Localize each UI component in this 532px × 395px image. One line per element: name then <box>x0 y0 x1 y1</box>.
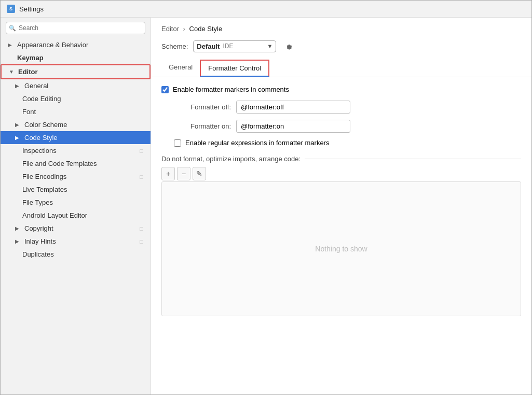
sidebar-item-file-encodings[interactable]: File Encodings □ <box>1 170 151 183</box>
sidebar-item-label: Font <box>22 108 36 116</box>
settings-window: S Settings 🔍 ▶ Appearance & Behavior ▶ K… <box>0 0 532 395</box>
window-title: Settings <box>19 5 44 13</box>
sidebar-item-label: File and Code Templates <box>22 160 97 167</box>
sidebar-item-label: Editor <box>18 68 38 76</box>
sidebar-item-code-editing[interactable]: Code Editing <box>1 92 151 105</box>
sidebar-item-label: Duplicates <box>22 250 54 258</box>
breadcrumb-separator: › <box>183 25 185 33</box>
expand-arrow-icon: ▶ <box>8 42 14 48</box>
scheme-ide-text: IDE <box>223 43 233 50</box>
sidebar-item-file-code-templates[interactable]: File and Code Templates <box>1 157 151 170</box>
expand-arrow-icon: ▶ <box>15 225 21 231</box>
enable-formatter-markers-checkbox[interactable] <box>161 86 169 93</box>
sidebar-item-label: File Encodings <box>22 173 66 180</box>
search-input[interactable] <box>6 22 145 34</box>
sidebar-item-label: Code Style <box>24 134 58 142</box>
sidebar-item-copyright[interactable]: ▶ Copyright □ <box>1 222 151 235</box>
scheme-default-text: Default <box>197 43 220 50</box>
list-toolbar: + − ✎ <box>161 167 521 180</box>
sidebar-item-label: Code Editing <box>22 95 61 103</box>
content-area: 🔍 ▶ Appearance & Behavior ▶ Keymap ▼ Edi… <box>1 18 531 394</box>
sidebar-item-appearance[interactable]: ▶ Appearance & Behavior <box>1 38 151 51</box>
main-content: Enable formatter markers in comments For… <box>151 77 531 394</box>
scheme-dropdown[interactable]: Default IDE ▼ <box>193 40 276 52</box>
sidebar-item-android-layout-editor[interactable]: Android Layout Editor <box>1 209 151 222</box>
formatter-off-row: Formatter off: <box>161 101 521 114</box>
scheme-row: Scheme: Default IDE ▼ <box>151 37 531 60</box>
expand-arrow-icon: ▶ <box>15 83 21 89</box>
enable-regex-checkbox[interactable] <box>174 139 181 147</box>
empty-list: Nothing to show <box>161 181 521 316</box>
settings-gear-button[interactable] <box>281 39 296 53</box>
formatter-on-label: Formatter on: <box>174 122 231 130</box>
sidebar-item-label: Appearance & Behavior <box>17 41 88 49</box>
sidebar-item-label: Inspections <box>22 147 57 154</box>
sidebar-item-editor[interactable]: ▼ Editor <box>1 64 151 79</box>
sidebar-item-font[interactable]: Font <box>1 105 151 118</box>
sidebar-item-inlay-hints[interactable]: ▶ Inlay Hints □ <box>1 235 151 248</box>
sidebar: 🔍 ▶ Appearance & Behavior ▶ Keymap ▼ Edi… <box>1 18 151 394</box>
expand-arrow-icon: ▶ <box>15 135 21 140</box>
title-bar: S Settings <box>1 1 531 18</box>
sidebar-item-file-types[interactable]: File Types <box>1 196 151 209</box>
tab-general[interactable]: General <box>161 60 200 77</box>
badge-icon: □ <box>140 148 143 154</box>
enable-formatter-markers-row: Enable formatter markers in comments <box>161 86 521 93</box>
sidebar-item-label: Copyright <box>24 224 53 232</box>
remove-button[interactable]: − <box>177 167 190 180</box>
search-box[interactable]: 🔍 <box>6 22 145 34</box>
enable-formatter-markers-label: Enable formatter markers in comments <box>173 86 289 93</box>
sidebar-item-label: Android Layout Editor <box>22 211 87 219</box>
formatter-on-input[interactable] <box>236 120 350 133</box>
main-panel: Editor › Code Style Scheme: Default IDE … <box>151 18 531 394</box>
sidebar-item-label: Keymap <box>17 54 44 62</box>
sidebar-item-label: Inlay Hints <box>24 237 56 245</box>
enable-regex-label: Enable regular expressions in formatter … <box>185 139 329 147</box>
app-icon: S <box>7 5 15 13</box>
sidebar-item-general[interactable]: ▶ General <box>1 79 151 92</box>
tabs-bar: General Formatter Control <box>151 60 531 77</box>
edit-button[interactable]: ✎ <box>193 167 206 180</box>
breadcrumb-parent: Editor <box>161 25 179 33</box>
scheme-label: Scheme: <box>161 43 188 50</box>
sidebar-item-label: Live Templates <box>22 186 67 193</box>
expand-arrow-icon: ▶ <box>15 238 21 244</box>
sidebar-item-label: Color Scheme <box>24 121 67 129</box>
sidebar-item-color-scheme[interactable]: ▶ Color Scheme <box>1 118 151 131</box>
badge-icon: □ <box>140 225 143 232</box>
sidebar-item-label: General <box>24 82 48 90</box>
sidebar-item-inspections[interactable]: Inspections □ <box>1 144 151 157</box>
search-icon: 🔍 <box>9 25 16 32</box>
enable-regex-row: Enable regular expressions in formatter … <box>161 139 521 147</box>
do-not-format-section-label: Do not format, optimize imports, arrange… <box>161 155 521 163</box>
expand-arrow-icon: ▼ <box>9 69 15 75</box>
badge-icon: □ <box>140 238 143 245</box>
formatter-off-label: Formatter off: <box>174 103 231 111</box>
sidebar-item-duplicates[interactable]: Duplicates <box>1 248 151 261</box>
breadcrumb-current: Code Style <box>189 25 223 33</box>
badge-icon: □ <box>140 174 143 180</box>
formatter-off-input[interactable] <box>236 101 350 114</box>
sidebar-item-keymap[interactable]: ▶ Keymap <box>1 51 151 64</box>
chevron-down-icon: ▼ <box>267 43 272 49</box>
breadcrumb: Editor › Code Style <box>151 18 531 37</box>
sidebar-item-live-templates[interactable]: Live Templates <box>1 183 151 196</box>
sidebar-item-code-style[interactable]: ▶ Code Style <box>1 131 151 144</box>
expand-arrow-icon: ▶ <box>15 122 21 128</box>
sidebar-item-label: File Types <box>22 199 53 206</box>
tab-formatter-control[interactable]: Formatter Control <box>200 60 269 77</box>
empty-list-text: Nothing to show <box>315 245 367 253</box>
formatter-on-row: Formatter on: <box>161 120 521 133</box>
add-button[interactable]: + <box>161 167 175 180</box>
